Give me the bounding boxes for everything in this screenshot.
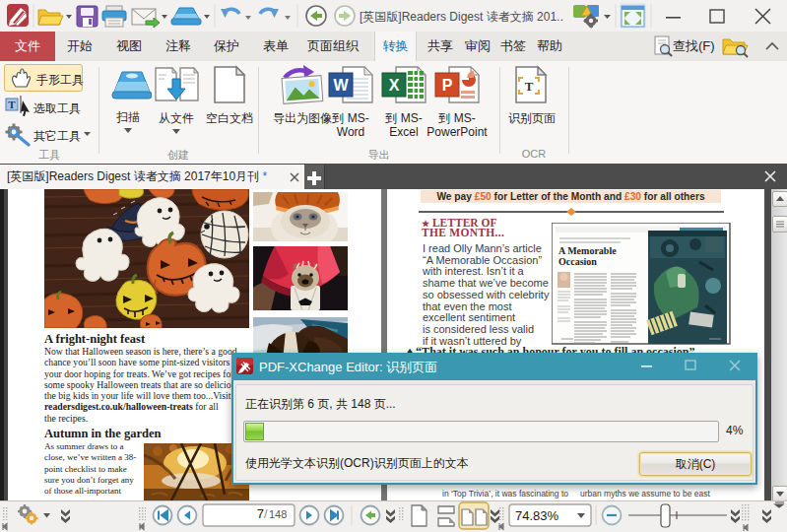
svg-text:W: W — [333, 77, 349, 94]
svg-text:P: P — [442, 77, 453, 94]
svg-text:A Memorable: A Memorable — [558, 245, 617, 256]
svg-text:Occasion: Occasion — [558, 256, 597, 267]
svg-text:T: T — [525, 79, 534, 94]
svg-text:T: T — [8, 99, 16, 110]
svg-text:X: X — [389, 77, 400, 94]
